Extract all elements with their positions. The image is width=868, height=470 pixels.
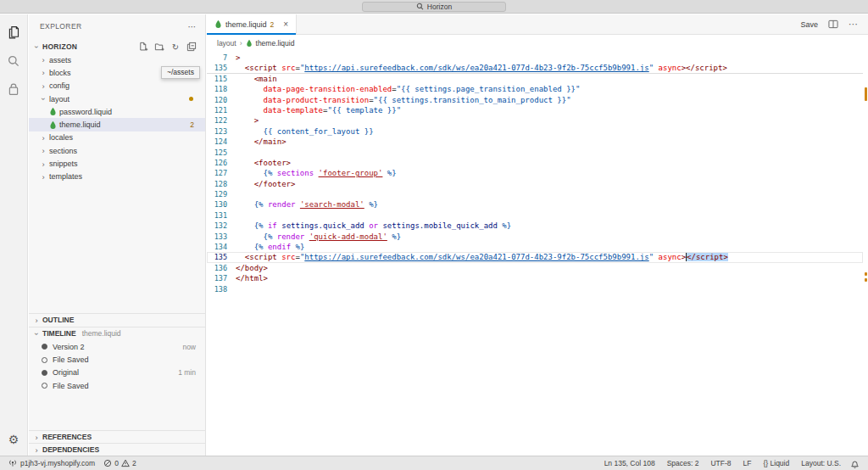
code-text: </body> (236, 263, 268, 273)
code-text: <script src="https://api.surefeedback.co… (236, 252, 728, 262)
tree-item-sections[interactable]: ›sections (29, 144, 205, 157)
split-editor-icon[interactable] (828, 20, 838, 29)
chevron-right-icon: › (40, 172, 47, 182)
status-item[interactable]: Ln 135, Col 108 (604, 459, 655, 467)
status-item[interactable]: LF (743, 459, 752, 467)
line-number: 124 (207, 137, 236, 147)
code-line-138[interactable]: 138 (207, 284, 863, 294)
code-line-134[interactable]: 134 {% endif %} (207, 242, 863, 252)
tree-item-label: snippets (49, 159, 78, 168)
status-item[interactable]: UTF-8 (710, 459, 731, 467)
editor-group: theme.liquid 2 × Save ⋯ layout › theme.l… (207, 14, 868, 456)
code-line-136[interactable]: 136</body> (207, 263, 863, 273)
code-line-135[interactable]: 135 <script src="https://api.surefeedbac… (207, 252, 863, 262)
timeline-dot-icon (42, 383, 47, 389)
code-text: <footer> (236, 158, 291, 168)
status-item[interactable]: {} Liquid (763, 459, 789, 467)
code-line-124[interactable]: 124 </main> (207, 137, 863, 147)
tree-item-assets[interactable]: ›assets (29, 53, 205, 66)
explorer-icon[interactable] (0, 23, 28, 42)
timeline-dot-icon (42, 370, 47, 376)
settings-gear-icon[interactable]: ⚙ (0, 430, 28, 449)
tree-item-layout[interactable]: ›layout (29, 92, 205, 105)
references-section-header[interactable]: › REFERENCES (29, 430, 205, 443)
line-number: 129 (207, 189, 236, 199)
code-line-132[interactable]: 132 {% if settings.quick_add or settings… (207, 221, 863, 231)
tab-theme-liquid[interactable]: theme.liquid 2 × (207, 14, 297, 34)
line-number: 135 (207, 252, 236, 262)
close-icon[interactable]: × (283, 20, 288, 29)
tree-item-label: blocks (49, 69, 71, 77)
activity-bar: ⚙ (0, 14, 28, 456)
problems-status[interactable]: 0 2 (103, 459, 136, 467)
code-line-118[interactable]: 118 data-page-transition-enabled="{{ set… (207, 84, 863, 94)
new-folder-icon[interactable] (154, 42, 164, 52)
timeline-item[interactable]: Original1 min (29, 366, 205, 379)
line-number: 7 (207, 53, 236, 63)
project-root-row[interactable]: › HORIZON ↻ (29, 40, 205, 53)
timeline-item[interactable]: Version 2now (29, 340, 205, 353)
tree-item-label: sections (49, 147, 77, 155)
explorer-actions: ↻ (138, 42, 205, 52)
outline-section-header[interactable]: › OUTLINE (29, 313, 205, 326)
code-line-122[interactable]: 122 > (207, 115, 863, 126)
code-line-120[interactable]: 120 data-product-transition="{{ settings… (207, 95, 863, 105)
bell-icon[interactable] (849, 458, 860, 469)
liquid-file-icon (49, 107, 57, 116)
tree-item-templates[interactable]: ›templates (29, 171, 205, 183)
code-line-130[interactable]: 130 {% render 'search-modal' %} (207, 199, 863, 210)
collapse-all-icon[interactable] (186, 42, 197, 52)
modified-marker (865, 87, 867, 101)
code-line-125[interactable]: 125 (207, 148, 863, 158)
tree-item-password.liquid[interactable]: password.liquid (29, 105, 205, 118)
tree-item-label: templates (49, 172, 82, 181)
timeline-item[interactable]: File Saved (29, 353, 205, 366)
chevron-right-icon: › (240, 39, 242, 48)
modified-marker (865, 278, 867, 282)
status-item[interactable]: Spaces: 2 (667, 459, 699, 467)
line-number: 125 (207, 148, 236, 158)
save-button[interactable]: Save (800, 20, 818, 29)
tree-item-locales[interactable]: ›locales (29, 131, 205, 144)
code-line-131[interactable]: 131 (207, 210, 863, 221)
code-line-121[interactable]: 121 data-template="{{ template }}" (207, 105, 863, 115)
line-number: 135 (207, 63, 236, 72)
liquid-file-icon (214, 20, 222, 29)
tree-item-theme.liquid[interactable]: theme.liquid2 (29, 118, 205, 131)
refresh-icon[interactable]: ↻ (170, 42, 181, 52)
remote-status[interactable]: p1jh3-vj.myshopify.com (8, 458, 95, 468)
code-text: data-template="{{ template }}" (236, 105, 401, 115)
timeline-item[interactable]: File Saved (29, 379, 205, 392)
code-line-126[interactable]: 126 <footer> (207, 158, 863, 168)
new-file-icon[interactable] (138, 42, 148, 52)
timeline-section-header[interactable]: › TIMELINE theme.liquid (29, 327, 205, 339)
code-lines: 7>135 <script src="https://api.surefeedb… (207, 53, 863, 456)
editor-more-icon[interactable]: ⋯ (849, 19, 858, 30)
overview-ruler[interactable] (863, 36, 868, 456)
breadcrumb-layout[interactable]: layout (217, 39, 236, 48)
tree-item-config[interactable]: ›config (29, 80, 205, 92)
code-line-7[interactable]: 7> (207, 53, 863, 63)
status-item[interactable]: Layout: U.S. (801, 459, 841, 467)
shopify-extension-icon[interactable] (0, 81, 28, 99)
modified-marker (865, 272, 867, 276)
error-icon (103, 459, 112, 467)
code-line-129[interactable]: 129 (207, 189, 863, 199)
tree-item-label: layout (49, 95, 70, 104)
code-line-123[interactable]: 123 {{ content_for_layout }} (207, 126, 863, 137)
breadcrumb-file[interactable]: theme.liquid (256, 39, 295, 48)
dependencies-section-header[interactable]: › DEPENDENCIES (29, 443, 205, 456)
sidebar-header: EXPLORER ⋯ (40, 20, 197, 33)
code-line-133[interactable]: 133 {% render 'quick-add-modal' %} (207, 232, 863, 242)
code-line-135[interactable]: 135 <script src="https://api.surefeedbac… (207, 63, 863, 73)
line-number: 121 (207, 105, 236, 115)
search-sidebar-icon[interactable] (0, 52, 28, 70)
code-line-127[interactable]: 127 {% sections 'footer-group' %} (207, 168, 863, 178)
code-line-128[interactable]: 128 </footer> (207, 179, 863, 189)
code-line-115[interactable]: 115 <main (207, 74, 863, 84)
sidebar-more-icon[interactable]: ⋯ (188, 22, 197, 31)
tree-item-label: assets (49, 56, 71, 64)
window-search[interactable]: Horizon (362, 2, 506, 12)
tree-item-snippets[interactable]: ›snippets (29, 157, 205, 170)
code-line-137[interactable]: 137</html> (207, 273, 863, 283)
